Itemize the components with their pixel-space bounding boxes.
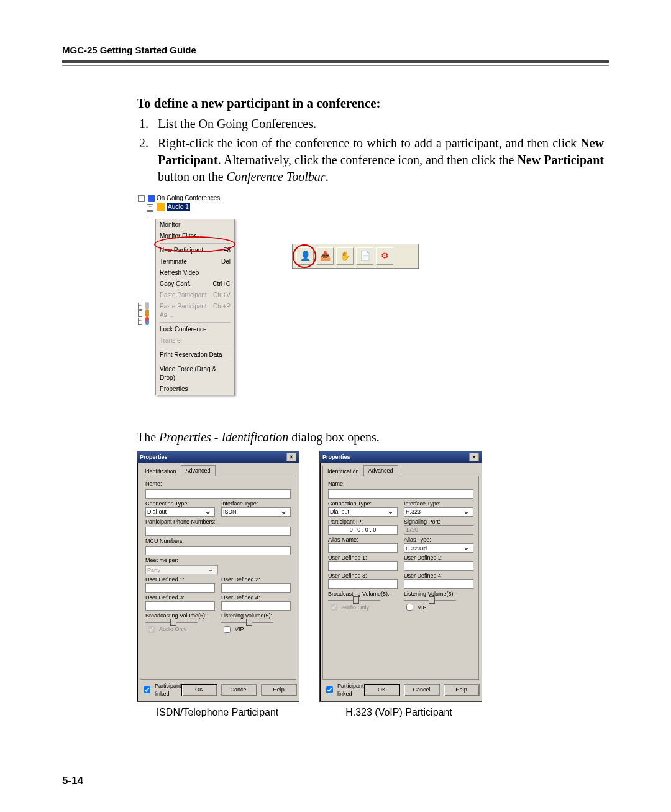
ip-field[interactable] <box>328 525 398 535</box>
lvol-slider[interactable] <box>221 620 273 623</box>
ctx-print-res[interactable]: Print Reservation Data <box>156 349 234 361</box>
ud2-field[interactable] <box>404 561 473 571</box>
audio-only-checkbox <box>148 626 155 633</box>
bvol-slider[interactable] <box>328 597 380 601</box>
ctx-paste-participant: Paste ParticipantCtrl+V <box>156 290 234 301</box>
bvol-label: Broadcasting Volume(5): <box>328 590 398 597</box>
iface-type-label: Interface Type: <box>404 500 473 507</box>
tab-identification[interactable]: Identification <box>140 466 181 476</box>
ctx-lock-conference[interactable]: Lock Conference <box>156 324 234 335</box>
ctx-video-force[interactable]: Video Force (Drag & Drop) <box>156 364 234 384</box>
ppn-field[interactable] <box>145 527 291 536</box>
new-participant-button[interactable] <box>296 247 314 265</box>
step-1: List the On Going Conferences. <box>152 116 604 132</box>
ppn-label: Participant Phone Numbers: <box>145 518 291 525</box>
close-icon[interactable]: × <box>286 453 296 461</box>
node-icon <box>145 302 149 310</box>
ok-button[interactable]: OK <box>181 684 217 696</box>
ctx-monitor-filter[interactable]: Monitor Filter... <box>156 231 234 242</box>
toolbar-button-2[interactable] <box>316 247 334 265</box>
section-title: To define a new participant in a confere… <box>137 95 604 112</box>
header-rule <box>62 60 609 66</box>
conn-type-select[interactable]: Dial-out <box>328 507 398 517</box>
toolbar-button-5[interactable] <box>376 247 393 265</box>
ctx-refresh-video[interactable]: Refresh Video <box>156 267 234 279</box>
conn-type-select[interactable]: Dial-out <box>145 507 215 517</box>
caption-h323: H.323 (VoIP) Participant <box>318 706 480 719</box>
tab-advanced[interactable]: Advanced <box>181 465 216 476</box>
ud3-label: User Defined 3: <box>145 594 215 601</box>
ctx-properties[interactable]: Properties <box>156 384 234 395</box>
ud2-label: User Defined 2: <box>404 554 473 561</box>
ud3-label: User Defined 3: <box>328 572 398 579</box>
tab-advanced[interactable]: Advanced <box>363 465 398 476</box>
iface-type-select[interactable]: H.323 <box>404 507 473 517</box>
linked-checkbox[interactable] <box>326 686 333 693</box>
vip-check[interactable]: VIP <box>404 602 473 612</box>
bvol-label: Broadcasting Volume(5): <box>145 612 215 619</box>
ud4-field[interactable] <box>404 579 473 589</box>
ip-label: Participant IP: <box>328 518 398 525</box>
toolbar-button-4[interactable] <box>356 247 373 265</box>
conference-toolbar <box>292 244 419 269</box>
cancel-button[interactable]: Cancel <box>221 684 257 696</box>
steps-list: List the On Going Conferences. Right-cli… <box>137 116 604 185</box>
audio-only-checkbox <box>331 604 337 611</box>
ud3-field[interactable] <box>328 579 398 589</box>
ok-button[interactable]: OK <box>364 684 400 696</box>
ud3-field[interactable] <box>145 601 215 611</box>
close-icon[interactable]: × <box>469 453 479 461</box>
dialog-titlebar: Properties × <box>137 451 299 463</box>
isdn-properties-dialog: Properties × Identification Advanced Nam… <box>137 451 299 701</box>
help-button[interactable]: Help <box>444 684 480 696</box>
vip-checkbox[interactable] <box>224 626 231 633</box>
alias-field[interactable] <box>328 543 398 553</box>
help-button[interactable]: Help <box>261 684 297 696</box>
ud2-field[interactable] <box>221 583 291 593</box>
name-field[interactable] <box>328 489 473 499</box>
lvol-slider[interactable] <box>404 597 456 601</box>
sigport-label: Signaling Port: <box>404 518 473 525</box>
meetme-label: Meet me per: <box>145 556 291 564</box>
ud4-field[interactable] <box>221 601 291 611</box>
mcu-field[interactable] <box>145 546 291 555</box>
linked-check[interactable]: Participant linked <box>141 682 181 697</box>
meetme-select: Party <box>145 565 218 574</box>
linked-checkbox[interactable] <box>144 686 150 693</box>
tree-root-label: On Going Conferences <box>157 194 220 203</box>
ud1-field[interactable] <box>328 561 398 571</box>
toolbar-button-3[interactable] <box>336 247 354 265</box>
tab-identification[interactable]: Identification <box>322 466 364 476</box>
ud1-field[interactable] <box>145 583 215 593</box>
lvol-label: Listening Volume(5): <box>404 590 473 597</box>
ud2-label: User Defined 2: <box>221 576 291 583</box>
ctx-terminate[interactable]: TerminateDel <box>156 256 234 267</box>
vip-check[interactable]: VIP <box>221 624 291 635</box>
ctx-monitor[interactable]: Monitor <box>156 219 234 231</box>
iface-type-select[interactable]: ISDN <box>221 507 291 517</box>
sigport-field <box>404 525 473 535</box>
figure-row-1: − On Going Conferences + Audio 1 + Monit… <box>137 194 604 418</box>
context-menu: Monitor Monitor Filter... New Participan… <box>155 219 235 395</box>
conn-type-label: Connection Type: <box>145 500 215 507</box>
dialog-titlebar: Properties × <box>320 451 482 463</box>
audio-only-check: Audio Only <box>145 624 215 635</box>
dialog-captions: ISDN/Telephone Participant H.323 (VoIP) … <box>137 706 604 719</box>
linked-check[interactable]: Participant linked <box>324 682 364 697</box>
vip-checkbox[interactable] <box>406 604 413 611</box>
dialog-title: Properties <box>322 453 350 461</box>
lvol-label: Listening Volume(5): <box>221 612 291 619</box>
dialogs-row: Properties × Identification Advanced Nam… <box>137 451 604 701</box>
bvol-slider[interactable] <box>145 620 198 623</box>
ctx-new-participant[interactable]: New Participant…F8 <box>156 245 234 256</box>
cancel-button[interactable]: Cancel <box>404 684 440 696</box>
tree-root: − On Going Conferences <box>137 194 236 203</box>
ctx-copy-conf[interactable]: Copy Conf.Ctrl+C <box>156 279 234 290</box>
name-field[interactable] <box>145 489 291 499</box>
tree-figure: − On Going Conferences + Audio 1 + Monit… <box>137 194 236 418</box>
caption-isdn: ISDN/Telephone Participant <box>137 706 298 719</box>
atype-select[interactable]: H.323 Id <box>404 543 473 553</box>
h323-properties-dialog: Properties × Identification Advanced Nam… <box>319 451 482 701</box>
body-column: To define a new participant in a confere… <box>62 95 609 719</box>
ud4-label: User Defined 4: <box>221 594 291 601</box>
